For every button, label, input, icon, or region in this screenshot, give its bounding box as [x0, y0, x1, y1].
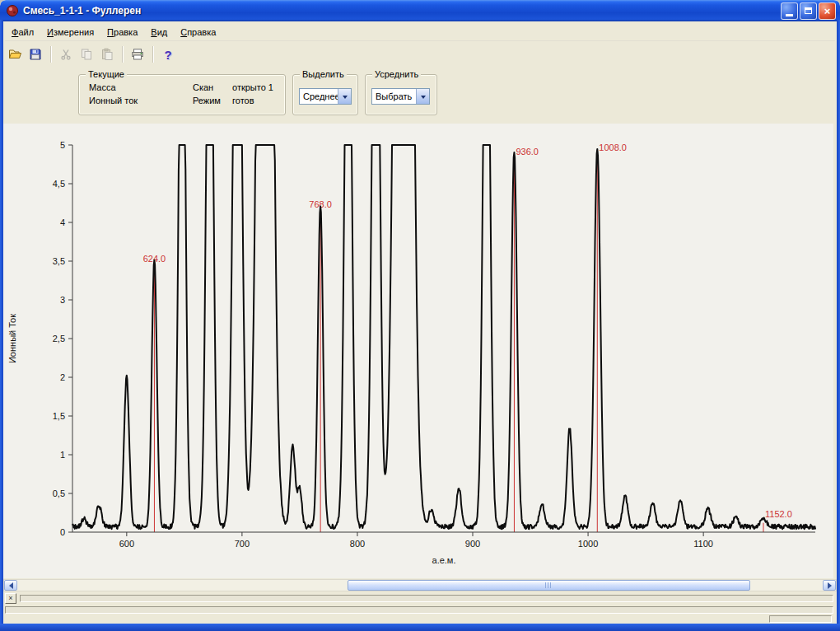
average-value: Выбрать — [372, 89, 416, 104]
copy-button[interactable] — [77, 44, 96, 64]
panel-average: Усреднить Выбрать — [365, 74, 437, 115]
y-tick-label: 3,5 — [53, 256, 65, 266]
panel-current-title: Текущие — [86, 69, 127, 79]
window-border-bottom — [0, 624, 840, 631]
open-button[interactable] — [5, 44, 25, 64]
spectrum-trace — [72, 145, 815, 529]
scroll-right-button[interactable] — [823, 580, 836, 591]
help-button[interactable]: ? — [158, 44, 178, 64]
select-mode-dropdown[interactable]: Среднее — [299, 88, 352, 105]
scroll-left-button[interactable] — [4, 580, 17, 591]
chevron-down-icon — [343, 96, 348, 101]
menu-help[interactable]: Справка — [174, 25, 222, 40]
toolbar-separator — [122, 46, 124, 63]
toolbar-separator — [50, 46, 52, 63]
panel-select-title: Выделить — [300, 69, 347, 79]
menu-measure[interactable]: Измерения — [40, 25, 100, 40]
open-folder-icon — [8, 48, 22, 61]
scroll-left-icon — [6, 582, 13, 589]
panel-average-title: Усреднить — [372, 69, 421, 79]
print-button[interactable] — [128, 44, 147, 64]
toolbar-separator — [152, 46, 154, 63]
toolbar: ? — [5, 43, 179, 66]
maximize-button[interactable] — [800, 2, 817, 20]
y-tick-label: 3 — [60, 295, 65, 305]
window-border-left — [0, 20, 3, 631]
peak-annotation-label: 1008.0 — [599, 143, 627, 152]
menu-file[interactable]: Файл — [5, 25, 40, 40]
panel-select: Выделить Среднее — [292, 74, 358, 115]
y-tick-label: 2 — [60, 372, 65, 382]
x-tick-label: 600 — [119, 539, 134, 549]
app-window: Смесь_1-1-1 - Фуллерен × Файл Измерения … — [0, 0, 840, 631]
label-mode: Режим — [193, 96, 221, 105]
menubar: Файл Измерения Правка Вид Справка — [5, 24, 835, 41]
scroll-track[interactable] — [17, 580, 823, 591]
spectrum-chart[interactable]: 624.0768.0936.01008.01152.0 600700800900… — [3, 124, 833, 578]
peak-annotation-label: 936.0 — [516, 147, 539, 157]
scroll-right-icon — [828, 582, 835, 589]
thumb-grip-icon — [545, 582, 553, 588]
x-tick-label: 800 — [350, 539, 365, 549]
window-border-right — [837, 20, 840, 631]
app-icon — [6, 4, 19, 17]
close-button[interactable]: × — [819, 2, 836, 20]
help-icon: ? — [164, 48, 171, 62]
chart-axes: 6007008009001000110000,511,522,533,544,5… — [53, 140, 815, 549]
paste-clipboard-icon — [100, 48, 114, 61]
printer-icon — [131, 48, 144, 61]
average-dropdown[interactable]: Выбрать — [371, 88, 430, 105]
minimize-icon — [786, 14, 793, 16]
x-tick-label: 900 — [465, 539, 480, 549]
y-tick-label: 2,5 — [53, 334, 65, 344]
y-tick-label: 5 — [60, 140, 65, 150]
y-tick-label: 1,5 — [53, 411, 65, 421]
status-strip-1 — [20, 595, 833, 602]
panel-current: Текущие Масса Скан открыто 1 Ионный ток … — [78, 74, 286, 115]
select-mode-value: Среднее — [300, 89, 338, 104]
horizontal-scrollbar[interactable] — [3, 579, 837, 591]
status-strip-2 — [5, 606, 833, 614]
x-axis-label: а.е.м. — [432, 555, 456, 565]
paste-button[interactable] — [97, 44, 117, 64]
minimize-button[interactable] — [781, 2, 798, 20]
y-tick-label: 0,5 — [53, 488, 65, 498]
x-tick-label: 1000 — [578, 539, 598, 549]
label-scan: Скан — [193, 82, 213, 92]
y-tick-label: 0 — [60, 527, 65, 537]
menu-edit[interactable]: Правка — [100, 25, 144, 40]
value-mode: готов — [232, 96, 254, 105]
save-floppy-icon — [29, 48, 42, 61]
spectrum-svg: 624.0768.0936.01008.01152.0 600700800900… — [3, 124, 833, 578]
x-tick-label: 1100 — [693, 539, 713, 549]
close-panel-button[interactable]: × — [5, 593, 16, 604]
label-ion-current: Ионный ток — [89, 96, 138, 105]
maximize-icon — [805, 7, 812, 14]
peak-annotation-label: 1152.0 — [765, 509, 792, 519]
y-tick-label: 4,5 — [53, 179, 65, 189]
scroll-thumb[interactable] — [348, 580, 750, 591]
scissors-icon — [59, 48, 72, 61]
menu-view[interactable]: Вид — [144, 25, 174, 40]
select-mode-dropdown-button[interactable] — [338, 89, 351, 104]
x-tick-label: 700 — [235, 539, 250, 549]
y-tick-label: 1 — [60, 450, 65, 460]
close-icon: × — [824, 6, 831, 16]
value-scan: открыто 1 — [232, 82, 273, 92]
window-title: Смесь_1-1-1 - Фуллерен — [23, 5, 781, 16]
copy-icon — [80, 48, 93, 61]
save-button[interactable] — [26, 44, 45, 64]
y-axis-label: Ионный Ток — [7, 314, 17, 363]
window-controls: × — [781, 2, 836, 20]
titlebar[interactable]: Смесь_1-1-1 - Фуллерен × — [0, 0, 840, 21]
y-tick-label: 4 — [60, 217, 65, 227]
cut-button[interactable] — [56, 44, 76, 64]
status-cell — [769, 615, 832, 623]
average-dropdown-button[interactable] — [416, 89, 429, 104]
chevron-down-icon — [421, 96, 426, 101]
peak-annotations: 624.0768.0936.01008.01152.0 — [143, 143, 792, 532]
label-mass: Масса — [89, 82, 116, 92]
